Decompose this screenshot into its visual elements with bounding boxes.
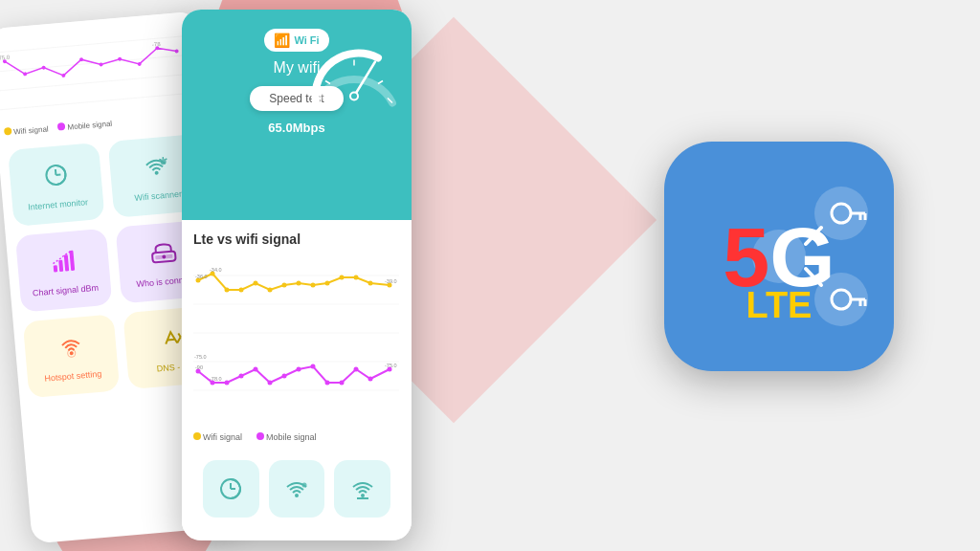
svg-text:-90: -90 bbox=[195, 364, 203, 370]
svg-point-53 bbox=[297, 281, 301, 286]
svg-point-72 bbox=[325, 381, 330, 386]
svg-line-36 bbox=[378, 81, 383, 84]
svg-point-73 bbox=[340, 381, 345, 386]
svg-line-1 bbox=[0, 55, 187, 72]
bottom-wifi-scan-card[interactable] bbox=[269, 460, 325, 518]
svg-point-51 bbox=[268, 288, 273, 293]
svg-rect-25 bbox=[58, 260, 63, 272]
svg-point-71 bbox=[311, 364, 316, 369]
internet-monitor-icon bbox=[41, 161, 71, 195]
svg-text:-75.0: -75.0 bbox=[0, 55, 11, 61]
svg-point-40 bbox=[351, 94, 357, 99]
svg-line-3 bbox=[0, 93, 190, 109]
svg-point-86 bbox=[361, 494, 365, 497]
svg-point-57 bbox=[354, 276, 359, 280]
wifi-badge-icon: 📶 bbox=[274, 33, 290, 48]
hotspot-label: Hotspot setting bbox=[44, 369, 102, 386]
chart-section-title: Lte vs wifi signal bbox=[193, 231, 400, 247]
svg-point-31 bbox=[69, 351, 73, 355]
svg-point-70 bbox=[297, 367, 301, 372]
wifi-scanner-label: Wifi scanner bbox=[134, 189, 182, 205]
internet-monitor-card[interactable]: Internet monitor bbox=[8, 143, 105, 227]
svg-text:-34.0: -34.0 bbox=[210, 267, 222, 273]
bottom-icons-row bbox=[193, 451, 400, 527]
svg-line-2 bbox=[0, 75, 189, 91]
hotspot-card[interactable]: Hotspot setting bbox=[23, 314, 121, 398]
svg-point-58 bbox=[368, 281, 373, 286]
app-icon-lte: LTE bbox=[746, 285, 813, 326]
hotspot-icon bbox=[56, 332, 85, 366]
svg-point-69 bbox=[282, 374, 287, 379]
svg-text:-75.0: -75.0 bbox=[385, 363, 397, 368]
svg-text:-78: -78 bbox=[152, 41, 162, 48]
app-icon-container: 5 G LTE bbox=[664, 142, 932, 409]
svg-line-22 bbox=[165, 159, 167, 160]
svg-line-34 bbox=[325, 81, 330, 84]
svg-point-85 bbox=[302, 483, 307, 488]
app-icon: 5 G LTE bbox=[664, 142, 894, 371]
svg-point-67 bbox=[254, 367, 258, 372]
svg-point-6 bbox=[41, 65, 45, 69]
chart-signal-label: Chart signal dBm bbox=[33, 283, 100, 300]
left-phone-chart: -75.0 -78 bbox=[0, 11, 206, 124]
svg-point-74 bbox=[354, 367, 359, 372]
bottom-signal-card[interactable] bbox=[334, 460, 390, 518]
svg-point-9 bbox=[99, 62, 102, 66]
speedometer bbox=[306, 29, 402, 124]
svg-point-54 bbox=[311, 283, 316, 288]
svg-point-75 bbox=[368, 377, 373, 382]
center-phone-body: Lte vs wifi signal bbox=[182, 220, 412, 539]
svg-point-52 bbox=[282, 283, 287, 288]
svg-point-55 bbox=[325, 281, 330, 286]
svg-point-48 bbox=[225, 288, 230, 293]
svg-point-50 bbox=[254, 281, 258, 286]
svg-point-13 bbox=[174, 49, 178, 53]
svg-point-49 bbox=[239, 288, 244, 293]
svg-text:-39.0: -39.0 bbox=[385, 278, 397, 284]
svg-rect-26 bbox=[63, 254, 68, 271]
svg-point-10 bbox=[118, 57, 122, 61]
speed-value: 65.0 bbox=[268, 121, 292, 135]
svg-point-84 bbox=[295, 494, 299, 497]
legend-mobile: Mobile signal bbox=[266, 432, 317, 442]
svg-text:-78.0: -78.0 bbox=[210, 376, 222, 382]
svg-text:-36.0: -36.0 bbox=[195, 274, 208, 279]
wifi-scanner-icon bbox=[141, 152, 170, 187]
chart-signal-card[interactable]: Chart signal dBm bbox=[15, 229, 113, 313]
svg-rect-24 bbox=[53, 265, 57, 272]
internet-monitor-label: Internet monitor bbox=[28, 197, 89, 213]
legend-wifi: Wifi signal bbox=[203, 432, 242, 442]
svg-point-66 bbox=[239, 374, 244, 379]
center-chart: -36.0 -34.0 -39.0 -90 bbox=[193, 256, 400, 429]
center-chart-legend: Wifi signal Mobile signal bbox=[193, 429, 400, 446]
chart-signal-icon bbox=[49, 247, 78, 281]
svg-point-19 bbox=[154, 171, 158, 175]
phone-center: 📶 Wi Fi My wifi Speed test 65.0Mbps Lte … bbox=[182, 10, 412, 540]
svg-point-68 bbox=[268, 381, 273, 386]
svg-point-65 bbox=[225, 381, 230, 386]
svg-text:-75.0: -75.0 bbox=[194, 354, 207, 360]
svg-point-56 bbox=[340, 276, 345, 280]
svg-rect-27 bbox=[69, 251, 75, 271]
who-connected-icon bbox=[148, 237, 178, 272]
center-phone-header: 📶 Wi Fi My wifi Speed test 65.0Mbps bbox=[182, 10, 412, 220]
svg-line-23 bbox=[159, 160, 161, 161]
bottom-internet-card[interactable] bbox=[203, 460, 259, 518]
